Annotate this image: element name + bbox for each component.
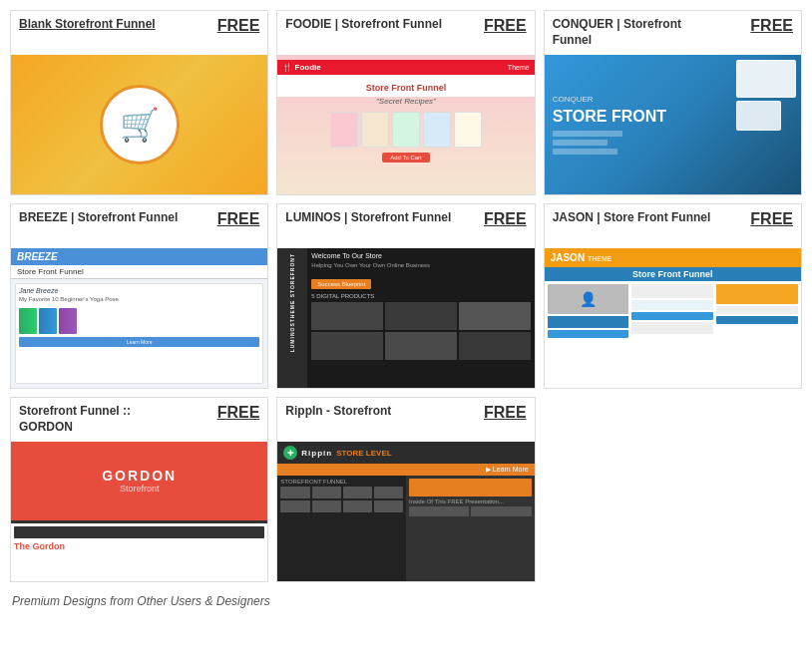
luminos-cta-button: Success Blueprint [311,279,371,289]
card-foodie-storefront[interactable]: FOODIE | Storefront Funnel FREE 🍴 Foodie… [276,10,535,195]
product-thumb [459,302,531,330]
card-title[interactable]: JASON | Store Front Funnel [553,210,711,226]
card-title[interactable]: LUMINOS | Storefront Funnel [285,210,451,226]
book-cover [59,308,77,334]
jason-bar [548,330,629,338]
rippin-right-label: Inside Of This FREE Presentation... [409,498,532,504]
breeze-brand-bar: BREEZE [11,248,267,265]
device-mockup-1 [736,60,796,98]
card-jason-storefront[interactable]: JASON | Store Front Funnel FREE JASON TH… [544,203,802,389]
jason-col-2 [631,284,713,385]
breeze-learn-more-button: Learn More [19,337,259,347]
jason-brand: JASON [551,252,585,263]
bottom-cell [409,506,469,516]
luminos-product-grid [311,302,530,360]
jason-cta-bar [631,312,713,320]
rippin-left-panel: STOREFRONT FUNNEL [277,476,406,581]
luminos-main-content: Welcome To Our Store Helping You Own You… [307,248,534,388]
gordon-nav-bar [14,526,264,538]
card-header: FOODIE | Storefront Funnel FREE [277,11,534,55]
card-title[interactable]: CONQUER | Storefront Funnel [553,17,721,48]
device-mockup-2 [736,101,781,131]
card-header: Blank Storefront Funnel FREE [11,11,267,55]
jason-col-1: 👤 [548,284,629,385]
jason-body: 👤 [545,281,801,388]
card-title[interactable]: Blank Storefront Funnel [19,17,156,33]
card-blank-storefront[interactable]: Blank Storefront Funnel FREE 🛒 [10,10,268,195]
jason-header-right: THEME [588,255,612,262]
card-title[interactable]: FOODIE | Storefront Funnel [285,17,442,33]
jason-text-line [631,300,713,310]
menu-item [553,149,617,155]
product-cell [280,487,309,498]
foodie-subtitle: "Secret Recipes" [376,97,436,106]
card-title[interactable]: BREEZE | Storefront Funnel [19,210,178,226]
card-header: JASON | Store Front Funnel FREE [545,204,801,248]
jason-header-bar: JASON THEME [545,248,801,267]
gordon-top-section: GORDON Storefront [11,442,267,520]
jason-subtitle-bar: Store Front Funnel [545,267,801,281]
product-box [423,112,451,148]
product-box [392,112,420,148]
rippin-nav: ▶ Learn More [277,464,534,476]
free-badge: FREE [484,17,527,35]
product-cell [343,487,372,498]
breeze-storefront-label: Store Front Funnel [11,265,267,279]
luminos-brand-vertical: LUMINOSTHEME STOREFRONT [289,253,295,352]
card-breeze-storefront[interactable]: BREEZE | Storefront Funnel FREE BREEZE S… [10,203,268,389]
gordon-bottom-section: The Gordon [11,520,267,581]
card-rippin-storefront[interactable]: RippIn - Storefront FREE ✚ Rippin STORE … [276,397,535,582]
menu-item [553,131,622,137]
free-badge: FREE [484,210,527,228]
foodie-logo: 🍴 Foodie [282,63,320,72]
empty-slot [544,397,802,582]
card-title[interactable]: RippIn - Storefront [285,404,391,420]
jason-col-3 [716,284,798,385]
card-title[interactable]: Storefront Funnel :: GORDON [19,404,188,435]
card-thumbnail: BREEZE Store Front Funnel Jane Breeze My… [11,248,267,388]
free-badge: FREE [484,404,527,422]
rippin-logo-circle: ✚ [283,446,297,460]
card-conquer-storefront[interactable]: CONQUER | Storefront Funnel FREE CONQUER… [544,10,802,195]
jason-featured-box [716,284,798,304]
conquer-brand-small: CONQUER [553,95,594,104]
breeze-main-content: Jane Breeze My Favorite 10 Beginner's Yo… [15,283,263,384]
card-thumbnail: ✚ Rippin STORE LEVEL ▶ Learn More STOREF… [277,442,534,581]
free-badge: FREE [750,17,793,35]
card-gordon-storefront[interactable]: Storefront Funnel :: GORDON FREE GORDON … [10,397,268,582]
rippin-product-row [280,500,403,512]
footer-label: Premium Designs from Other Users & Desig… [10,590,802,612]
product-cell [343,500,372,512]
foodie-header-bar: 🍴 Foodie Theme [277,60,534,75]
product-cell [374,500,403,512]
card-luminos-storefront[interactable]: LUMINOS | Storefront Funnel FREE LUMINOS… [276,203,535,389]
breeze-author: Jane Breeze [19,287,259,294]
product-box [330,112,358,148]
jason-text-line [716,306,798,314]
jason-person-image: 👤 [548,284,629,314]
jason-text-line [631,322,713,334]
gordon-footer-text: The Gordon [14,541,264,551]
rippin-body: STOREFRONT FUNNEL [277,476,534,581]
card-header: BREEZE | Storefront Funnel FREE [11,204,267,248]
luminos-welcome: Welcome To Our Store [311,252,530,259]
rippin-orange-bar [409,479,532,497]
rippin-bottom-cells [409,506,532,516]
luminos-products-label: 5 DIGITAL PRODUCTS [311,293,530,299]
rippin-right-panel: Inside Of This FREE Presentation... [406,476,535,581]
gordon-brand-name: GORDON [102,468,177,484]
product-thumb [459,332,531,360]
book-cover [19,308,37,334]
rippin-product-row [280,487,403,498]
free-badge: FREE [217,404,260,422]
foodie-banner: Store Front Funnel [277,75,534,97]
product-cell [312,500,341,512]
card-thumbnail: JASON THEME Store Front Funnel 👤 [545,248,801,388]
book-cover [39,308,57,334]
jason-text-line [631,284,713,298]
luminos-subtitle: Helping You Own Your Own Online Business [311,262,530,268]
product-thumb [385,332,457,360]
card-thumbnail: GORDON Storefront The Gordon [11,442,267,581]
breeze-title-text: My Favorite 10 Beginner's Yoga Pose [19,296,259,304]
card-grid: Blank Storefront Funnel FREE 🛒 FOODIE | … [10,10,802,389]
